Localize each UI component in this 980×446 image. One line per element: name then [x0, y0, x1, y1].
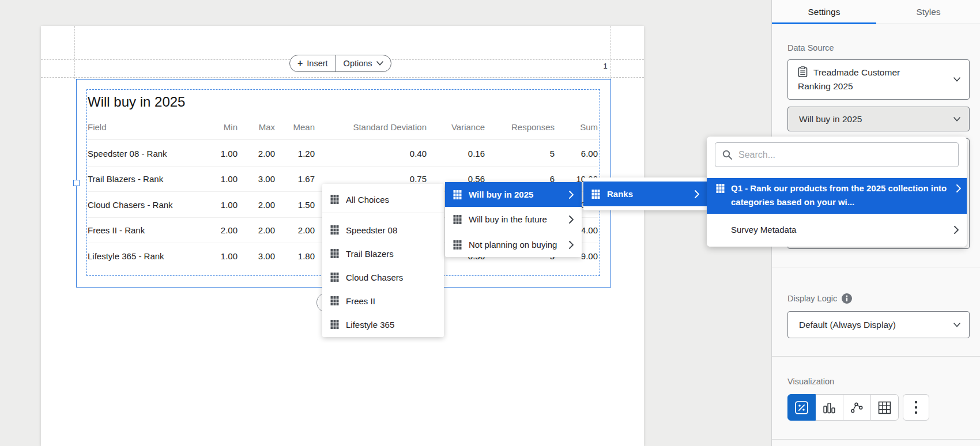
menu-item-frees-ii[interactable]: Frees II — [322, 289, 444, 312]
chevron-right-icon — [569, 241, 574, 249]
menu-item-all-choices[interactable]: All Choices — [322, 188, 444, 211]
report-editor: 1 + Insert Options Will buy in 2025 Fiel… — [0, 0, 980, 446]
q1-label-line2: categories based on your wi... — [731, 196, 949, 209]
cell-mean: 1.67 — [240, 173, 315, 185]
sidebar-tabs: Settings Styles — [772, 0, 980, 24]
margin-guide-horizontal-bottom — [41, 77, 644, 78]
menu-item-ranks[interactable]: Ranks — [583, 182, 707, 206]
section-divider — [772, 356, 980, 357]
chevron-right-icon — [954, 226, 959, 234]
menu-item-survey-metadata[interactable]: Survey Metadata — [707, 214, 967, 247]
menu-item-label: Ranks — [607, 189, 688, 199]
viz-more-options-button[interactable] — [903, 394, 929, 421]
table-header-row: Field Min Max Mean Standard Deviation Va… — [88, 121, 598, 133]
survey-metadata-label: Survey Metadata — [731, 225, 796, 235]
viz-line-chart-button[interactable] — [843, 394, 871, 421]
section-divider — [772, 439, 980, 440]
menu-item-will-buy-2025[interactable]: Will buy in 2025 — [445, 182, 582, 207]
tab-settings-label: Settings — [808, 7, 840, 17]
percentage-icon — [795, 401, 808, 414]
insert-button[interactable]: + Insert — [290, 55, 336, 71]
header-separator — [88, 139, 598, 139]
menu-item-lifestyle-365[interactable]: Lifestyle 365 — [322, 313, 444, 336]
menu-item-label: Will buy in the future — [469, 214, 562, 224]
rank-question-icon — [330, 195, 339, 204]
chevron-down-icon — [953, 77, 960, 82]
chevron-down-icon — [953, 117, 960, 122]
widget-title[interactable]: Will buy in 2025 — [88, 94, 185, 110]
chevron-right-icon — [695, 190, 699, 198]
survey-clipboard-icon — [798, 66, 808, 77]
menu-item-label: Speedster 08 — [346, 225, 436, 235]
plus-icon: + — [297, 58, 303, 69]
tab-settings[interactable]: Settings — [772, 0, 876, 24]
chevron-down-icon — [376, 61, 383, 66]
margin-guide-vertical-left — [74, 26, 75, 79]
viz-data-table-button[interactable] — [870, 394, 899, 421]
rank-question-icon — [591, 190, 600, 199]
tab-styles-label: Styles — [916, 7, 940, 17]
menu-item-will-buy-future[interactable]: Will buy in the future — [445, 207, 582, 232]
resize-handle-left[interactable] — [73, 180, 80, 186]
viz-bar-chart-button[interactable] — [815, 394, 843, 421]
col-mean: Mean — [240, 121, 315, 133]
rank-question-icon — [330, 249, 339, 258]
page-number: 1 — [600, 62, 611, 70]
visualization-picker — [787, 394, 899, 421]
section-divider — [772, 267, 980, 267]
choices-menu: All Choices Speedster 08 Trail Blazers C… — [322, 184, 444, 337]
row-separator — [88, 166, 598, 167]
chevron-down-icon — [953, 323, 960, 327]
options-button[interactable]: Options — [336, 55, 391, 71]
menu-item-speedster-08[interactable]: Speedster 08 — [322, 218, 444, 241]
display-logic-label: Display Logic — [787, 293, 852, 304]
bar-chart-icon — [823, 401, 836, 414]
chevron-right-icon — [956, 184, 961, 192]
survey-source-dropdown[interactable]: Treadmade CustomerRanking 2025 — [787, 59, 970, 100]
question-dropdown[interactable]: Will buy in 2025 — [787, 107, 970, 131]
col-variance: Variance — [410, 121, 485, 133]
line-chart-icon — [850, 401, 864, 414]
cell-mean: 1.80 — [240, 250, 315, 262]
rank-question-icon — [453, 240, 462, 250]
menu-item-label: Frees II — [346, 296, 436, 306]
rank-question-icon — [330, 320, 339, 329]
cell-mean: 1.50 — [240, 199, 315, 211]
data-source-label: Data Source — [787, 43, 834, 52]
rank-question-icon — [330, 273, 339, 282]
menu-item-label: Cloud Chasers — [346, 273, 436, 282]
cell-sum: 6.00 — [523, 148, 598, 160]
table-row: Speedster 08 - Rank 1.00 2.00 1.20 0.40 … — [88, 148, 598, 160]
display-logic-dropdown[interactable]: Default (Always Display) — [787, 311, 970, 338]
menu-item-cloud-chasers[interactable]: Cloud Chasers — [322, 266, 444, 289]
kebab-menu-icon — [914, 400, 918, 414]
question-dropdown-value: Will buy in 2025 — [799, 114, 862, 124]
menu-item-label: Trail Blazers — [346, 249, 436, 259]
info-icon[interactable] — [842, 293, 852, 304]
display-logic-value: Default (Always Display) — [799, 320, 896, 330]
fields-menu: Ranks — [583, 177, 707, 210]
options-label: Options — [344, 59, 372, 68]
menu-item-q1-question[interactable]: Q1 - Rank our products from the 2025 col… — [707, 178, 967, 214]
visualization-label: Visualization — [787, 377, 834, 386]
menu-item-not-planning[interactable]: Not planning on buying — [445, 232, 582, 257]
insert-label: Insert — [307, 59, 327, 68]
rank-question-icon — [453, 215, 462, 224]
viz-percentage-button[interactable] — [787, 394, 816, 421]
display-logic-text: Display Logic — [787, 294, 837, 303]
tab-styles[interactable]: Styles — [876, 0, 980, 24]
cell-mean: 1.20 — [240, 148, 315, 160]
rank-question-icon — [716, 184, 725, 193]
chevron-right-icon — [569, 191, 574, 199]
menu-item-trail-blazers[interactable]: Trail Blazers — [322, 242, 444, 265]
menu-separator — [322, 213, 444, 213]
q1-label-line1: Q1 - Rank our products from the 2025 col… — [731, 182, 949, 195]
search-input[interactable] — [715, 142, 959, 167]
menu-item-label: Lifestyle 365 — [346, 320, 436, 330]
menu-item-label: Will buy in 2025 — [469, 190, 562, 199]
rank-question-icon — [453, 190, 462, 199]
menu-item-label: All Choices — [346, 195, 436, 205]
search-icon — [722, 150, 733, 160]
survey-name-line2: Ranking 2025 — [798, 81, 853, 91]
data-table-icon — [878, 401, 891, 414]
